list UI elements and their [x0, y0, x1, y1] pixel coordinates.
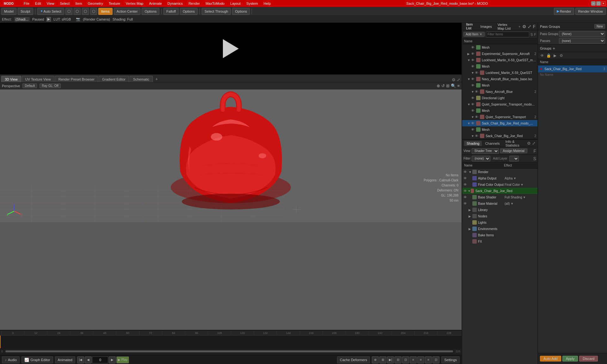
- cache-deformers-button[interactable]: Cache Deformers: [337, 356, 370, 363]
- visibility-icon[interactable]: 👁: [463, 189, 467, 193]
- tab-3d-view[interactable]: 3D View: [1, 76, 21, 82]
- menu-item[interactable]: Item: [74, 1, 83, 6]
- filter-select[interactable]: (none): [472, 156, 490, 161]
- effect-arrow[interactable]: ▼: [520, 183, 524, 186]
- visibility-icon[interactable]: 👁: [475, 115, 479, 119]
- shader-lights[interactable]: 👁 Lights: [462, 219, 537, 226]
- shader-base-shader[interactable]: 👁 Base Shader Full Shading ▼: [462, 194, 537, 200]
- paused-icon[interactable]: ▶: [46, 17, 51, 21]
- toolbar-icon-4[interactable]: ⬡: [90, 8, 97, 15]
- visibility-icon[interactable]: 👁: [471, 109, 475, 112]
- falloff-button[interactable]: Falloff: [163, 8, 179, 15]
- expand-icon[interactable]: ▼: [468, 189, 471, 193]
- graph-editor-button[interactable]: 📈 Graph Editor: [21, 356, 53, 363]
- ray-gl-btn[interactable]: Ray GL: Off: [40, 83, 61, 88]
- filter-f-icon[interactable]: F: [534, 33, 536, 36]
- viewport-icon-fit[interactable]: ⊞: [446, 83, 450, 88]
- transport-prev-frame[interactable]: ◀: [85, 356, 92, 363]
- groups-settings-icon[interactable]: ⚙: [558, 53, 564, 58]
- items-button[interactable]: Items: [98, 8, 113, 15]
- render-button[interactable]: ▶ Render: [554, 8, 574, 15]
- pb-icon-2[interactable]: ⊞: [379, 356, 386, 363]
- expand-icon[interactable]: ▼: [469, 170, 472, 174]
- groups-render-icon[interactable]: ▶: [552, 53, 558, 58]
- panel-close-icon[interactable]: F: [533, 24, 536, 29]
- sculpt-button[interactable]: Sculpt: [18, 8, 33, 15]
- action-center-button[interactable]: Action Center: [114, 8, 141, 15]
- options-button-2[interactable]: Options: [180, 8, 198, 15]
- expand-icon[interactable]: ▼: [471, 71, 475, 75]
- audio-button[interactable]: ♪ Audio: [2, 356, 20, 363]
- expand-icon[interactable]: ▼: [471, 115, 475, 119]
- visibility-icon[interactable]: 👁: [471, 83, 475, 87]
- menu-file[interactable]: File: [22, 1, 31, 6]
- toolbar-icon-3[interactable]: ⬡: [82, 8, 89, 15]
- window-close[interactable]: ✕: [601, 1, 606, 6]
- filter-items-input[interactable]: [486, 32, 529, 37]
- auto-add-button[interactable]: Auto Add: [540, 356, 561, 361]
- list-item[interactable]: ▼ 👁 Lockheed_Martin_X-59_QueSST_modo_...: [462, 57, 537, 63]
- list-item-selected[interactable]: ▼ 👁 Sack_Chair_Big_Joe_Red_modo_...: [462, 120, 537, 126]
- shader-environments[interactable]: 👁 ▶ Environments: [462, 226, 537, 232]
- tab-gradient[interactable]: Gradient Editor: [99, 76, 129, 82]
- visibility-icon[interactable]: 👁: [471, 77, 475, 81]
- visibility-icon[interactable]: 👁: [463, 183, 468, 186]
- menu-layout[interactable]: Layout: [229, 1, 242, 6]
- shader-bake-items[interactable]: 👁 Bake Items: [462, 232, 537, 238]
- viewport-icon-reset[interactable]: ⊕: [437, 83, 440, 88]
- visibility-icon[interactable]: 👁: [471, 64, 475, 68]
- visibility-icon[interactable]: 👁: [463, 202, 468, 205]
- viewport-settings-icon[interactable]: ⚙: [452, 77, 456, 82]
- expand-icon[interactable]: ▼: [467, 122, 471, 125]
- list-item[interactable]: 👁 Mesh: [462, 126, 537, 133]
- list-item[interactable]: 👁 Directional Light: [462, 95, 537, 101]
- list-item[interactable]: 👁 Mesh: [462, 44, 537, 51]
- tab-channels[interactable]: Channels: [482, 141, 502, 146]
- shader-library[interactable]: 👁 ▶ Library: [462, 207, 537, 213]
- pb-icon-8[interactable]: ≡: [425, 356, 432, 363]
- visibility-icon[interactable]: 👁: [471, 58, 475, 62]
- expand-icon[interactable]: ▼: [467, 58, 471, 62]
- pb-icon-1[interactable]: ⊕: [372, 356, 379, 363]
- list-item[interactable]: ▼ 👁 Navy_Aircraft_Blue_modo_base.lxo: [462, 76, 537, 82]
- discard-button[interactable]: Discard: [579, 356, 598, 361]
- shading-settings-icon[interactable]: ⚙: [527, 141, 531, 146]
- groups-lock-icon[interactable]: 🔒: [546, 53, 551, 58]
- tab-item-list[interactable]: Item List: [464, 22, 477, 31]
- list-item[interactable]: 👁 Mesh: [462, 63, 537, 70]
- visibility-icon[interactable]: 👁: [463, 195, 468, 199]
- effect-arrow[interactable]: ▼: [523, 196, 526, 199]
- auto-select-button[interactable]: ✦ Auto Select: [37, 8, 64, 15]
- add-item-button[interactable]: Add Item ▼: [463, 32, 485, 37]
- settings-button[interactable]: Settings: [441, 356, 460, 363]
- menu-render[interactable]: Render: [187, 1, 201, 6]
- shader-base-material[interactable]: 👁 Base Material (all) ▼: [462, 200, 537, 207]
- options-button-3[interactable]: Options: [232, 8, 250, 15]
- list-item[interactable]: ▼ 👁 Navy_Aircraft_Blue 2: [462, 88, 537, 95]
- pb-icon-4[interactable]: ⊟: [395, 356, 402, 363]
- play-button[interactable]: [223, 39, 239, 58]
- frame-input[interactable]: [92, 356, 108, 363]
- list-item[interactable]: ▼ 👁 Quiet_Supersonic_Transport_modo_bas.…: [462, 101, 537, 107]
- menu-animate[interactable]: Animate: [148, 1, 163, 6]
- list-item[interactable]: ▼ 👁 Sack_Chair_Big_Joe_Red 2: [462, 133, 537, 139]
- apply-button[interactable]: Apply: [562, 356, 578, 361]
- visibility-icon[interactable]: 👁: [471, 96, 475, 100]
- shader-render[interactable]: 👁 ▼ Render: [462, 169, 537, 175]
- pass-new-button[interactable]: New: [594, 24, 605, 29]
- visibility-icon[interactable]: 👁: [475, 90, 479, 94]
- transport-next-frame[interactable]: ▶: [109, 356, 116, 363]
- visibility-icon[interactable]: 👁: [475, 134, 479, 138]
- visibility-icon[interactable]: 👁: [471, 46, 475, 49]
- expand-icon[interactable]: ▼: [471, 134, 475, 138]
- visibility-icon[interactable]: 👁: [471, 128, 475, 131]
- toolbar-icon-1[interactable]: ⬡: [65, 8, 72, 15]
- shading-expand-icon[interactable]: ⤢: [532, 141, 536, 146]
- groups-eye-icon[interactable]: 👁: [539, 53, 545, 58]
- passes-select[interactable]: (none): [559, 38, 605, 44]
- list-item[interactable]: ▼ 👁 Lockheed_Martin_X-59_QueSST: [462, 70, 537, 76]
- pb-icon-9[interactable]: ⊡: [432, 356, 439, 363]
- panel-expand-icon[interactable]: ⤢: [528, 24, 531, 29]
- groups-add-button[interactable]: +: [553, 46, 555, 51]
- pb-icon-6[interactable]: ≡: [410, 356, 417, 363]
